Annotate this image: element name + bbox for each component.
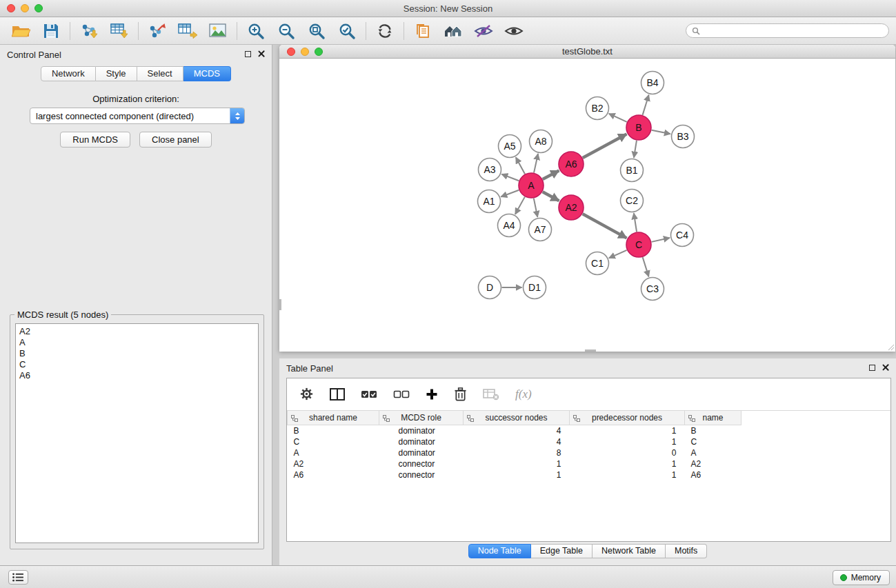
resize-grip[interactable] bbox=[886, 343, 895, 351]
hide-items-button[interactable] bbox=[468, 20, 499, 42]
tab-edge-table[interactable]: Edge Table bbox=[531, 544, 593, 558]
run-mcds-button[interactable]: Run MCDS bbox=[60, 132, 130, 148]
tab-network[interactable]: Network bbox=[41, 66, 96, 81]
task-history-button[interactable] bbox=[8, 570, 28, 585]
result-item[interactable]: C bbox=[19, 359, 255, 370]
search-field[interactable] bbox=[686, 23, 889, 38]
edge-C-C1[interactable] bbox=[609, 250, 627, 258]
search-input[interactable] bbox=[704, 24, 888, 37]
edge-B-B2[interactable] bbox=[609, 114, 627, 122]
edge-A-A7[interactable] bbox=[534, 199, 538, 217]
table-cell[interactable]: A bbox=[288, 447, 379, 458]
table-cell[interactable]: B bbox=[685, 425, 741, 436]
edge-A-A4[interactable] bbox=[515, 197, 525, 214]
table-cell[interactable]: 8 bbox=[464, 447, 570, 458]
memory-button[interactable]: Memory bbox=[833, 570, 890, 585]
tab-node-table[interactable]: Node Table bbox=[468, 544, 531, 558]
edge-C-C3[interactable] bbox=[643, 257, 649, 276]
edge-C-C4[interactable] bbox=[652, 238, 670, 242]
network-canvas[interactable]: B4B2BB3A5A8A6B1A3AA1C2A2A4A7C4CC1C3DD1 bbox=[279, 59, 895, 352]
export-network-button[interactable] bbox=[142, 20, 172, 42]
tab-select[interactable]: Select bbox=[137, 66, 183, 81]
home-button[interactable] bbox=[438, 20, 468, 42]
save-session-button[interactable] bbox=[36, 20, 66, 42]
add-row-button[interactable] bbox=[426, 388, 438, 401]
edge-A6-B[interactable] bbox=[583, 134, 627, 158]
tab-style[interactable]: Style bbox=[96, 66, 137, 81]
tab-network-table[interactable]: Network Table bbox=[593, 544, 666, 558]
criterion-select[interactable]: largest connected component (directed) bbox=[30, 108, 245, 124]
close-table-panel-icon[interactable] bbox=[882, 364, 889, 371]
result-item[interactable]: A bbox=[19, 337, 255, 348]
table-cell[interactable]: C bbox=[288, 436, 379, 447]
apply-function-button[interactable]: f(x) bbox=[515, 387, 532, 401]
table-cell[interactable]: 1 bbox=[570, 469, 685, 480]
table-cell[interactable]: B bbox=[288, 425, 379, 436]
float-panel-icon[interactable] bbox=[245, 51, 251, 57]
table-cell[interactable]: 0 bbox=[570, 447, 685, 458]
column-header-name[interactable]: name bbox=[685, 411, 741, 425]
close-panel-button[interactable]: Close panel bbox=[139, 132, 212, 148]
table-cell[interactable]: A bbox=[685, 447, 741, 458]
edge-B-B4[interactable] bbox=[643, 95, 649, 115]
table-cell[interactable]: A6 bbox=[288, 469, 379, 480]
zoom-in-button[interactable] bbox=[241, 20, 271, 42]
edge-A-A8[interactable] bbox=[534, 154, 538, 172]
show-items-button[interactable] bbox=[499, 20, 529, 42]
edge-A-A5[interactable] bbox=[516, 157, 525, 174]
export-table-button[interactable] bbox=[172, 20, 203, 42]
table-row[interactable]: A2connector11A2 bbox=[288, 458, 891, 469]
table-cell[interactable]: A2 bbox=[685, 458, 741, 469]
float-table-panel-icon[interactable] bbox=[869, 365, 875, 371]
column-header-shared-name[interactable]: shared name bbox=[288, 411, 379, 425]
table-cell[interactable]: 4 bbox=[464, 425, 570, 436]
import-network-button[interactable] bbox=[74, 20, 104, 42]
edge-B-B1[interactable] bbox=[634, 141, 637, 158]
table-cell[interactable]: A2 bbox=[288, 458, 379, 469]
table-cell[interactable]: A6 bbox=[685, 469, 741, 480]
tab-mcds[interactable]: MCDS bbox=[183, 66, 231, 81]
edge-B-B3[interactable] bbox=[652, 130, 670, 134]
import-table-button[interactable] bbox=[104, 20, 135, 42]
table-cell[interactable]: 4 bbox=[464, 436, 570, 447]
result-item[interactable]: B bbox=[19, 348, 255, 359]
table-cell[interactable]: 1 bbox=[464, 469, 570, 480]
table-cell[interactable]: 1 bbox=[570, 458, 685, 469]
column-header-MCDS-role[interactable]: MCDS role bbox=[379, 411, 464, 425]
table-settings-button[interactable] bbox=[299, 387, 314, 401]
result-item[interactable]: A2 bbox=[19, 326, 255, 337]
table-cell[interactable]: connector bbox=[379, 469, 464, 480]
edge-A-A3[interactable] bbox=[501, 174, 519, 181]
table-cell[interactable]: dominator bbox=[379, 436, 464, 447]
column-header-successor-nodes[interactable]: successor nodes bbox=[464, 411, 570, 425]
edge-C-C2[interactable] bbox=[634, 213, 637, 232]
open-file-button[interactable] bbox=[6, 20, 36, 42]
table-cell[interactable]: 1 bbox=[464, 458, 570, 469]
column-header-predecessor-nodes[interactable]: predecessor nodes bbox=[570, 411, 685, 425]
zoom-selected-button[interactable] bbox=[332, 20, 362, 42]
table-cell[interactable]: dominator bbox=[379, 425, 464, 436]
table-cell[interactable]: connector bbox=[379, 458, 464, 469]
minimize-network-button[interactable] bbox=[301, 48, 309, 56]
table-row[interactable]: A6connector11A6 bbox=[288, 469, 891, 480]
edge-A-A6[interactable] bbox=[543, 170, 559, 179]
edge-A-A1[interactable] bbox=[501, 190, 519, 197]
copy-view-button[interactable] bbox=[408, 20, 438, 42]
table-cell[interactable]: 1 bbox=[570, 436, 685, 447]
maximize-network-button[interactable] bbox=[315, 48, 323, 56]
edge-A-A2[interactable] bbox=[543, 192, 559, 201]
tab-motifs[interactable]: Motifs bbox=[666, 544, 707, 558]
table-cell[interactable]: dominator bbox=[379, 447, 464, 458]
mcds-result-list[interactable]: A2ABCA6 bbox=[15, 323, 259, 543]
close-network-button[interactable] bbox=[287, 48, 295, 56]
table-cell[interactable]: C bbox=[685, 436, 741, 447]
zoom-out-button[interactable] bbox=[271, 20, 301, 42]
table-cell[interactable]: 1 bbox=[570, 425, 685, 436]
deselect-all-button[interactable] bbox=[393, 389, 410, 399]
edge-A2-C[interactable] bbox=[583, 214, 627, 238]
refresh-button[interactable] bbox=[370, 20, 400, 42]
table-row[interactable]: Bdominator41B bbox=[288, 425, 891, 436]
show-columns-button[interactable] bbox=[330, 388, 345, 401]
table-row[interactable]: Cdominator41C bbox=[288, 436, 891, 447]
zoom-fit-button[interactable] bbox=[301, 20, 332, 42]
